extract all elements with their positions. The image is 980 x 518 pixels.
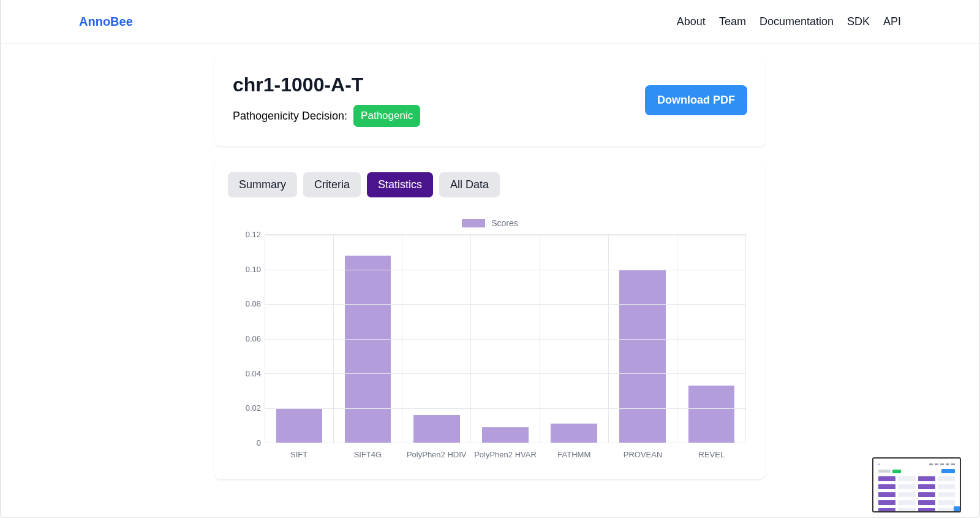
chart-bar: [688, 386, 735, 443]
chart-gridline: [265, 270, 745, 270]
chart-plot: [265, 234, 746, 443]
chart-bar: [413, 415, 460, 443]
chart-bar: [276, 408, 323, 443]
summary-card: chr1-1000-A-T Pathogenicity Decision: Pa…: [214, 56, 766, 147]
decision-label: Pathogenicity Decision:: [233, 110, 347, 123]
chart-ytick: 0.08: [230, 299, 261, 308]
chart-gridline: [265, 373, 745, 374]
nav-team[interactable]: Team: [719, 15, 746, 28]
chart-xtick: PolyPhen2 HDIV: [402, 446, 471, 461]
tabs: Summary Criteria Statistics All Data: [227, 172, 753, 197]
title-block: chr1-1000-A-T Pathogenicity Decision: Pa…: [233, 74, 420, 127]
header: AnnoBee About Team Documentation SDK API: [1, 0, 979, 44]
chart-gridline: [265, 235, 745, 235]
chart-bar: [345, 256, 391, 443]
chart-ytick: 0.12: [230, 230, 261, 239]
legend-label: Scores: [491, 218, 518, 228]
nav-api[interactable]: API: [883, 15, 901, 28]
decision-line: Pathogenicity Decision: Pathogenic: [233, 105, 420, 127]
chart-legend: Scores: [230, 218, 750, 228]
chart-ytick: 0.10: [230, 264, 261, 273]
nav-sdk[interactable]: SDK: [847, 15, 870, 28]
chart-bar: [619, 270, 666, 443]
chart-ytick: 0: [230, 438, 261, 448]
decision-badge: Pathogenic: [353, 105, 420, 127]
tab-summary[interactable]: Summary: [228, 172, 297, 197]
chart-xtick: REVEL: [677, 446, 746, 461]
nav-about[interactable]: About: [677, 15, 706, 28]
content: chr1-1000-A-T Pathogenicity Decision: Pa…: [1, 44, 979, 517]
chart-bar: [551, 424, 597, 443]
statistics-card: Summary Criteria Statistics All Data Sco…: [214, 160, 766, 479]
scores-bar-chart: SIFTSIFT4GPolyPhen2 HDIVPolyPhen2 HVARFA…: [230, 234, 750, 461]
chart-xaxis: SIFTSIFT4GPolyPhen2 HDIVPolyPhen2 HVARFA…: [265, 446, 746, 461]
chart-ytick: 0.06: [230, 334, 261, 343]
page-title: chr1-1000-A-T: [233, 74, 420, 96]
legend-swatch: [462, 219, 485, 227]
chart-xtick: SIFT4G: [333, 446, 402, 461]
nav-documentation[interactable]: Documentation: [760, 15, 834, 28]
chart-gridline: [265, 304, 745, 305]
chart-ytick: 0.02: [230, 403, 261, 413]
chart-xtick: PROVEAN: [608, 446, 677, 461]
chart-wrap: Scores SIFTSIFT4GPolyPhen2 HDIVPolyPhen2…: [227, 218, 753, 461]
download-pdf-button[interactable]: Download PDF: [645, 85, 747, 115]
chart-gridline: [265, 443, 745, 443]
preview-thumbnail[interactable]: •: [872, 457, 961, 512]
brand[interactable]: AnnoBee: [79, 15, 133, 29]
tab-all-data[interactable]: All Data: [439, 172, 500, 197]
chart-gridline: [265, 408, 745, 409]
chart-gridline: [265, 339, 745, 340]
chart-xtick: PolyPhen2 HVAR: [471, 446, 540, 461]
tab-criteria[interactable]: Criteria: [303, 172, 361, 197]
tab-statistics[interactable]: Statistics: [367, 172, 433, 197]
nav: About Team Documentation SDK API: [677, 15, 901, 28]
chart-bar: [482, 427, 529, 443]
chart-xtick: SIFT: [265, 446, 333, 461]
chart-ytick: 0.04: [230, 368, 261, 378]
chart-xtick: FATHMM: [540, 446, 608, 461]
